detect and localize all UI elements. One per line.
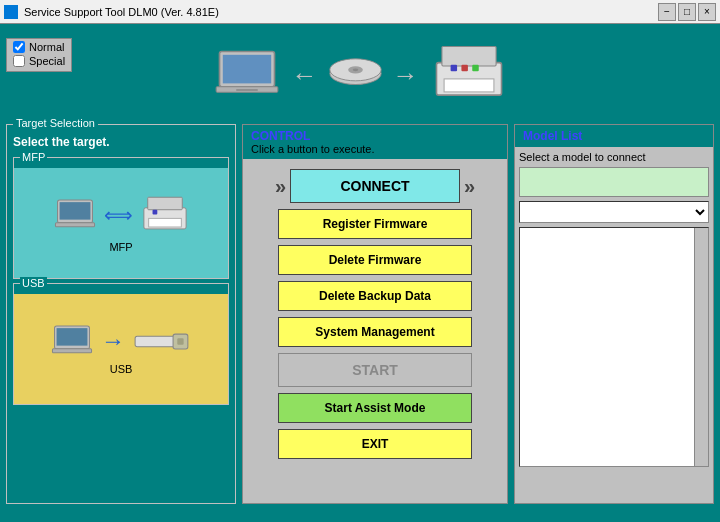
- bidirectional-arrow-left: ←: [292, 62, 318, 88]
- mfp-icons: ⟺: [54, 193, 189, 237]
- normal-checkbox[interactable]: [13, 41, 25, 53]
- svg-rect-23: [52, 349, 91, 353]
- target-panel-label: Target Selection: [13, 117, 98, 129]
- minimize-button[interactable]: −: [658, 3, 676, 21]
- top-printer-icon: [429, 41, 509, 109]
- control-header: CONTROL Click a button to execute.: [243, 125, 507, 159]
- model-list-scrollbar[interactable]: [694, 228, 708, 466]
- app-title: Service Support Tool DLM0 (Ver. 4.81E): [24, 6, 219, 18]
- svg-rect-15: [59, 202, 90, 219]
- close-button[interactable]: ×: [698, 3, 716, 21]
- mfp-sub-panel[interactable]: MFP ⟺: [13, 157, 229, 279]
- svg-rect-22: [57, 328, 88, 345]
- target-selection-panel: Target Selection Select the target. MFP …: [6, 124, 236, 504]
- main-area: Normal Special ←: [0, 24, 720, 522]
- usb-sub-panel[interactable]: USB →: [13, 283, 229, 405]
- title-bar: Service Support Tool DLM0 (Ver. 4.81E) −…: [0, 0, 720, 24]
- maximize-button[interactable]: □: [678, 3, 696, 21]
- model-dropdown[interactable]: [519, 201, 709, 223]
- svg-rect-19: [148, 218, 181, 227]
- svg-rect-11: [450, 65, 457, 72]
- svg-point-7: [352, 68, 358, 71]
- svg-rect-10: [444, 79, 494, 92]
- control-body: » CONNECT » Register Firmware Delete Fir…: [243, 159, 507, 497]
- connect-row: » CONNECT »: [243, 169, 507, 203]
- top-row: Normal Special ←: [6, 30, 714, 120]
- model-panel-header: Model List: [515, 125, 713, 147]
- svg-rect-20: [152, 210, 157, 215]
- window-controls: − □ ×: [658, 3, 716, 21]
- target-panel-subtitle: Select the target.: [7, 125, 235, 153]
- app-icon: [4, 5, 18, 19]
- start-assist-button[interactable]: Start Assist Mode: [278, 393, 472, 423]
- usb-area[interactable]: → USB: [14, 294, 228, 404]
- model-selected-area: [519, 167, 709, 197]
- model-panel-title: Model List: [523, 129, 705, 143]
- top-icons-row: ← →: [6, 41, 714, 109]
- mfp-icon-label: MFP: [109, 241, 132, 253]
- svg-rect-26: [177, 338, 183, 344]
- svg-rect-18: [147, 197, 182, 209]
- usb-label: USB: [20, 277, 47, 289]
- mfp-area[interactable]: ⟺ MFP: [14, 168, 228, 278]
- model-list-box[interactable]: [519, 227, 709, 467]
- connect-button[interactable]: CONNECT: [290, 169, 460, 203]
- svg-rect-1: [222, 55, 270, 84]
- disc-icon: [328, 46, 383, 104]
- svg-rect-9: [441, 46, 495, 65]
- svg-rect-24: [135, 336, 175, 347]
- exit-button[interactable]: EXIT: [278, 429, 472, 459]
- special-checkbox-row: Special: [13, 55, 65, 67]
- top-laptop-icon: [212, 46, 282, 104]
- svg-rect-12: [461, 65, 468, 72]
- bottom-row: Target Selection Select the target. MFP …: [6, 124, 714, 504]
- checkbox-group: Normal Special: [6, 38, 72, 72]
- normal-label: Normal: [29, 41, 64, 53]
- usb-icons: →: [51, 323, 191, 359]
- delete-backup-button[interactable]: Delete Backup Data: [278, 281, 472, 311]
- model-panel-subtitle: Select a model to connect: [519, 151, 709, 163]
- usb-icon-label: USB: [110, 363, 133, 375]
- special-checkbox[interactable]: [13, 55, 25, 67]
- model-list-panel: Model List Select a model to connect: [514, 124, 714, 504]
- svg-rect-3: [236, 89, 258, 91]
- normal-checkbox-row: Normal: [13, 41, 65, 53]
- system-management-button[interactable]: System Management: [278, 317, 472, 347]
- control-title: CONTROL: [251, 129, 499, 143]
- svg-rect-13: [472, 65, 479, 72]
- control-panel: CONTROL Click a button to execute. » CON…: [242, 124, 508, 504]
- connect-arrow-right-icon: »: [464, 175, 475, 198]
- model-panel-body: Select a model to connect: [515, 147, 713, 471]
- start-button[interactable]: START: [278, 353, 472, 387]
- delete-firmware-button[interactable]: Delete Firmware: [278, 245, 472, 275]
- connect-arrow-left-icon: »: [275, 175, 286, 198]
- control-subtitle: Click a button to execute.: [251, 143, 499, 155]
- svg-rect-16: [55, 223, 94, 227]
- special-label: Special: [29, 55, 65, 67]
- bidirectional-arrow-right: →: [393, 62, 419, 88]
- mfp-label: MFP: [20, 151, 47, 163]
- register-firmware-button[interactable]: Register Firmware: [278, 209, 472, 239]
